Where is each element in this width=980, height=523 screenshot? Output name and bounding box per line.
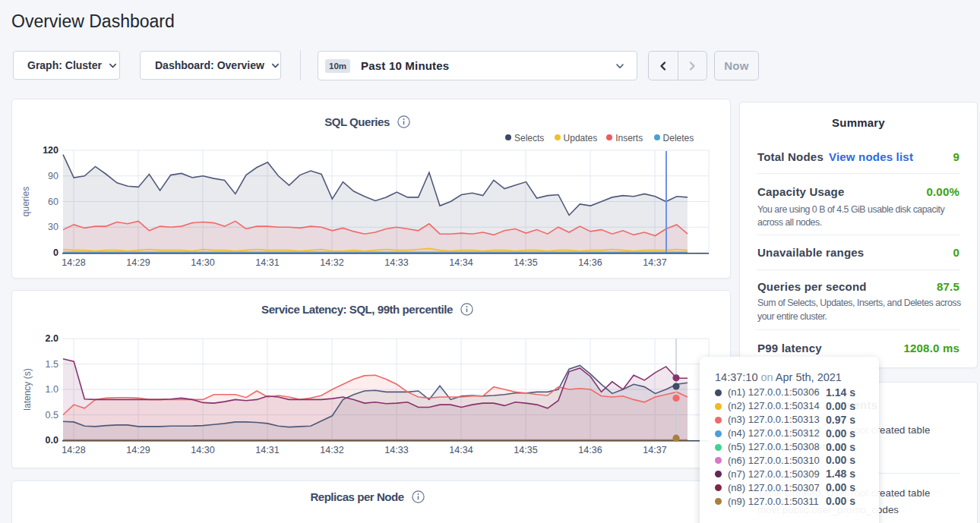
svg-text:2.0: 2.0 xyxy=(46,333,58,344)
svg-text:14:29: 14:29 xyxy=(126,257,150,268)
svg-text:14:36: 14:36 xyxy=(578,445,602,455)
svg-text:30: 30 xyxy=(48,222,58,232)
svg-text:14:33: 14:33 xyxy=(384,445,408,455)
svg-text:120: 120 xyxy=(43,145,58,156)
svg-text:14:35: 14:35 xyxy=(514,257,537,268)
svg-text:60: 60 xyxy=(48,197,58,207)
svg-text:14:29: 14:29 xyxy=(126,445,150,455)
svg-text:queries: queries xyxy=(21,187,31,216)
svg-text:14:31: 14:31 xyxy=(255,257,279,268)
svg-text:latency (s): latency (s) xyxy=(22,368,33,410)
svg-text:14:36: 14:36 xyxy=(578,257,602,268)
svg-text:14:34: 14:34 xyxy=(449,257,473,268)
svg-text:0.0: 0.0 xyxy=(46,435,58,446)
svg-text:0: 0 xyxy=(53,247,58,258)
svg-text:14:32: 14:32 xyxy=(320,445,343,455)
svg-text:14:30: 14:30 xyxy=(191,257,214,268)
svg-text:14:33: 14:33 xyxy=(384,257,408,268)
svg-text:0.5: 0.5 xyxy=(46,410,58,421)
svg-text:14:32: 14:32 xyxy=(320,257,343,268)
svg-text:14:31: 14:31 xyxy=(255,445,279,455)
svg-text:14:37: 14:37 xyxy=(643,257,666,268)
svg-text:14:28: 14:28 xyxy=(62,445,85,455)
svg-text:90: 90 xyxy=(48,171,58,181)
svg-text:1.5: 1.5 xyxy=(46,359,58,370)
svg-text:14:28: 14:28 xyxy=(62,257,85,268)
svg-text:14:30: 14:30 xyxy=(191,445,214,455)
svg-text:14:37: 14:37 xyxy=(643,445,666,455)
svg-text:14:34: 14:34 xyxy=(449,445,473,455)
svg-text:14:35: 14:35 xyxy=(514,445,537,455)
svg-text:1.0: 1.0 xyxy=(46,384,58,395)
